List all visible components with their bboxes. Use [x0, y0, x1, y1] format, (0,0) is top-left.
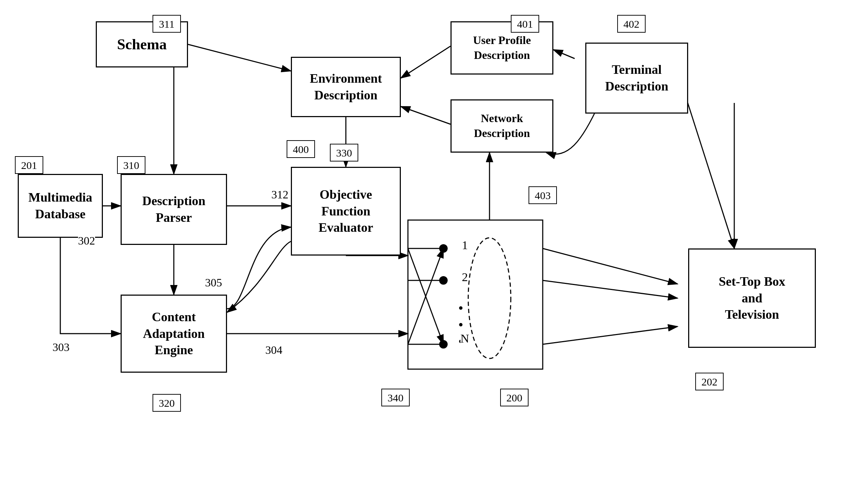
environment-desc-box: EnvironmentDescription [291, 57, 401, 117]
svg-rect-11 [408, 220, 543, 369]
objective-function-box: ObjectiveFunctionEvaluator [291, 167, 401, 256]
label-310: 310 [117, 156, 145, 174]
node-2-label: 2 [462, 270, 468, 284]
line-label-305: 305 [205, 276, 222, 289]
node-N-label: N [460, 332, 469, 345]
svg-line-3 [188, 44, 291, 71]
description-parser-box: DescriptionParser [121, 174, 227, 245]
line-label-303: 303 [52, 341, 70, 354]
multimedia-db-box: MultimediaDatabase [18, 174, 103, 238]
svg-line-8 [401, 106, 450, 124]
label-311: 311 [153, 15, 181, 33]
content-adaptation-box: ContentAdaptationEngine [121, 295, 227, 373]
svg-line-25 [408, 248, 443, 344]
label-201: 201 [15, 156, 43, 174]
label-330: 330 [330, 144, 358, 161]
line-label-304: 304 [265, 344, 282, 357]
network-desc-box: NetworkDescription [450, 99, 553, 153]
label-402: 402 [617, 15, 646, 33]
line-label-302: 302 [78, 234, 95, 247]
label-340: 340 [381, 389, 410, 406]
svg-line-9 [553, 50, 575, 59]
label-200: 200 [500, 389, 529, 406]
svg-line-18 [543, 327, 678, 344]
label-401: 401 [511, 15, 539, 33]
svg-line-7 [401, 46, 450, 78]
svg-point-12 [439, 244, 448, 253]
svg-point-14 [439, 340, 448, 349]
svg-line-24 [408, 248, 443, 344]
svg-point-13 [439, 276, 448, 285]
label-202: 202 [695, 373, 724, 390]
label-403: 403 [529, 186, 557, 204]
svg-line-16 [543, 248, 678, 284]
label-400: 400 [287, 140, 315, 158]
line-label-312: 312 [271, 188, 288, 201]
diagram: Schema DescriptionParser MultimediaDatab… [0, 0, 868, 504]
node-1-label: 1 [462, 239, 468, 252]
set-top-box: Set-Top BoxandTelevision [688, 248, 816, 348]
label-320: 320 [153, 394, 181, 412]
svg-line-17 [543, 280, 678, 298]
terminal-desc-box: TerminalDescription [585, 43, 688, 114]
svg-point-15 [468, 238, 511, 358]
